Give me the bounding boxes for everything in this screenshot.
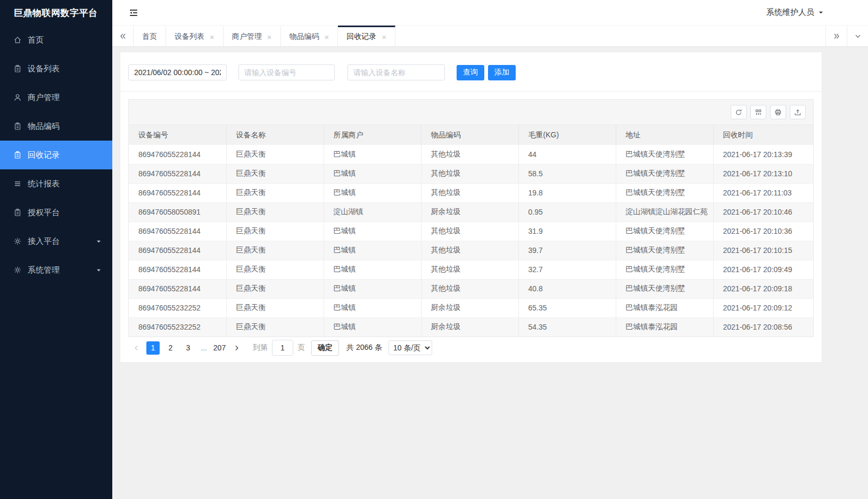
column-header: 回收时间	[713, 125, 813, 145]
sidebar-item-item-code[interactable]: 物品编码	[0, 112, 112, 141]
column-header: 物品编码	[421, 125, 518, 145]
page-number-207[interactable]: 207	[213, 341, 226, 355]
table-row: 869476055228144巨鼎天衡巴城镇其他垃圾31.9巴城镇天使湾别墅20…	[129, 222, 813, 241]
table-cell: 巴城镇	[324, 183, 421, 202]
tab-close-icon[interactable]: ×	[382, 33, 386, 41]
table-cell: 巴城镇	[324, 279, 421, 298]
table-cell: 其他垃圾	[421, 164, 518, 183]
sidebar-item-label: 接入平台	[28, 236, 60, 247]
tab-label: 首页	[142, 32, 157, 42]
sidebar-item-label: 物品编码	[28, 121, 60, 132]
table-cell: 巴城镇	[324, 164, 421, 183]
tabs-scroll-right-icon[interactable]	[825, 26, 847, 46]
table-row: 869476055228144巨鼎天衡巴城镇其他垃圾32.7巴城镇天使湾别墅20…	[129, 260, 813, 279]
tab-recycle-records[interactable]: 回收记录×	[338, 26, 395, 46]
sidebar-item-device-list[interactable]: 设备列表	[0, 54, 112, 83]
add-button[interactable]: 添加	[488, 65, 516, 80]
columns-button[interactable]	[750, 105, 766, 119]
table-cell: 巴城镇	[324, 317, 421, 337]
table-cell: 巨鼎天衡	[226, 241, 324, 260]
tab-item-code[interactable]: 物品编码×	[281, 26, 338, 46]
tabs-scroll-left-icon[interactable]	[112, 26, 134, 46]
table-cell: 巨鼎天衡	[226, 164, 324, 183]
table-row: 869476055228144巨鼎天衡巴城镇其他垃圾40.8巴城镇天使湾别墅20…	[129, 279, 813, 298]
table-cell: 巴城镇	[324, 298, 421, 317]
sidebar: 巨鼎物联网数字平台 首页设备列表商户管理物品编码回收记录统计报表授权平台接入平台…	[0, 0, 112, 499]
sidebar-item-access-platform[interactable]: 接入平台	[0, 227, 112, 256]
page-numbers: 123...207	[146, 341, 226, 355]
refresh-button[interactable]	[731, 105, 747, 119]
user-menu[interactable]: 系统维护人员	[766, 7, 824, 18]
table-block: 设备编号设备名称所属商户物品编码毛重(KG)地址回收时间 86947605522…	[128, 99, 814, 337]
column-header: 地址	[616, 125, 713, 145]
collapse-sidebar-icon[interactable]	[128, 7, 139, 19]
tab-label: 设备列表	[175, 32, 204, 42]
tab-label: 物品编码	[290, 32, 319, 42]
table-cell: 厨余垃圾	[421, 317, 518, 337]
tab-merchant-mgmt[interactable]: 商户管理×	[224, 26, 281, 46]
query-button[interactable]: 查询	[457, 65, 484, 80]
caret-down-icon	[96, 267, 102, 273]
sidebar-item-statistics-report[interactable]: 统计报表	[0, 169, 112, 198]
sidebar-item-recycle-records[interactable]: 回收记录	[0, 141, 112, 169]
clipboard-icon	[13, 151, 22, 159]
top-header: 系统维护人员	[112, 0, 868, 26]
tab-close-icon[interactable]: ×	[325, 33, 329, 41]
table-cell: 巨鼎天衡	[226, 260, 324, 279]
tab-device-list[interactable]: 设备列表×	[166, 26, 224, 46]
tab-close-icon[interactable]: ×	[210, 33, 214, 41]
table-cell: 869476055228144	[129, 145, 226, 164]
table-cell: 其他垃圾	[421, 279, 518, 298]
app-title: 巨鼎物联网数字平台	[0, 0, 112, 26]
records-table: 设备编号设备名称所属商户物品编码毛重(KG)地址回收时间 86947605522…	[129, 125, 813, 337]
table-cell: 巨鼎天衡	[226, 183, 324, 202]
print-button[interactable]	[770, 105, 786, 119]
table-cell: 厨余垃圾	[421, 298, 518, 317]
tabs-menu-chevron-down-icon[interactable]	[847, 26, 868, 46]
total-records-label: 共 2066 条	[346, 343, 382, 353]
table-cell: 32.7	[518, 260, 616, 279]
device-name-input[interactable]	[348, 64, 445, 80]
recycle-records-panel: 查询 添加 设备编号设备名称所属商户物品编码毛重(KG)地址回收时间 86947…	[120, 52, 822, 363]
tab-close-icon[interactable]: ×	[267, 33, 272, 41]
page-unit-label: 页	[297, 343, 305, 353]
sidebar-item-label: 系统管理	[28, 265, 60, 275]
page-size-select[interactable]: 10 条/页	[388, 340, 432, 355]
sidebar-item-home[interactable]: 首页	[0, 26, 112, 54]
table-cell: 巨鼎天衡	[226, 202, 324, 222]
column-header: 所属商户	[324, 125, 421, 145]
tabbar-right-controls	[825, 26, 868, 46]
goto-confirm-button[interactable]: 确定	[311, 340, 339, 356]
table-cell: 淀山湖镇淀山湖花园仁苑	[616, 202, 713, 222]
prev-page-icon[interactable]	[130, 345, 142, 351]
page-number-2[interactable]: 2	[164, 341, 177, 355]
next-page-icon[interactable]	[230, 345, 242, 351]
table-row: 869476055232252巨鼎天衡巴城镇厨余垃圾54.35巴城镇泰泓花园20…	[129, 317, 813, 337]
page-number-1[interactable]: 1	[146, 341, 160, 355]
home-icon	[13, 36, 22, 44]
table-area: 设备编号设备名称所属商户物品编码毛重(KG)地址回收时间 86947605522…	[128, 99, 814, 358]
table-cell: 淀山湖镇	[324, 202, 421, 222]
table-row: 869476055228144巨鼎天衡巴城镇其他垃圾58.5巴城镇天使湾别墅20…	[129, 164, 813, 183]
tab-home[interactable]: 首页	[134, 26, 166, 46]
sidebar-item-label: 设备列表	[28, 64, 60, 74]
table-cell: 869476055228144	[129, 241, 226, 260]
sidebar-item-merchant-management[interactable]: 商户管理	[0, 83, 112, 112]
gear-icon	[13, 237, 22, 246]
tab-label: 商户管理	[232, 32, 262, 42]
table-cell: 巨鼎天衡	[226, 145, 324, 164]
table-cell: 巨鼎天衡	[226, 222, 324, 241]
table-cell: 厨余垃圾	[421, 202, 518, 222]
device-no-input[interactable]	[238, 64, 335, 80]
page-number-3[interactable]: 3	[181, 341, 195, 355]
main-area: 系统维护人员 首页设备列表×商户管理×物品编码×回收记录×	[112, 0, 868, 499]
table-cell: 869476055228144	[129, 164, 226, 183]
export-button[interactable]	[790, 105, 806, 119]
goto-page-input[interactable]	[272, 340, 293, 356]
sidebar-item-authorization-platform[interactable]: 授权平台	[0, 198, 112, 227]
sidebar-item-system-management[interactable]: 系统管理	[0, 256, 112, 284]
date-range-input[interactable]	[128, 64, 227, 80]
table-cell: 2021-06-17 20:08:56	[713, 317, 813, 337]
table-cell: 869476055228144	[129, 279, 226, 298]
table-cell: 巴城镇天使湾别墅	[616, 241, 713, 260]
